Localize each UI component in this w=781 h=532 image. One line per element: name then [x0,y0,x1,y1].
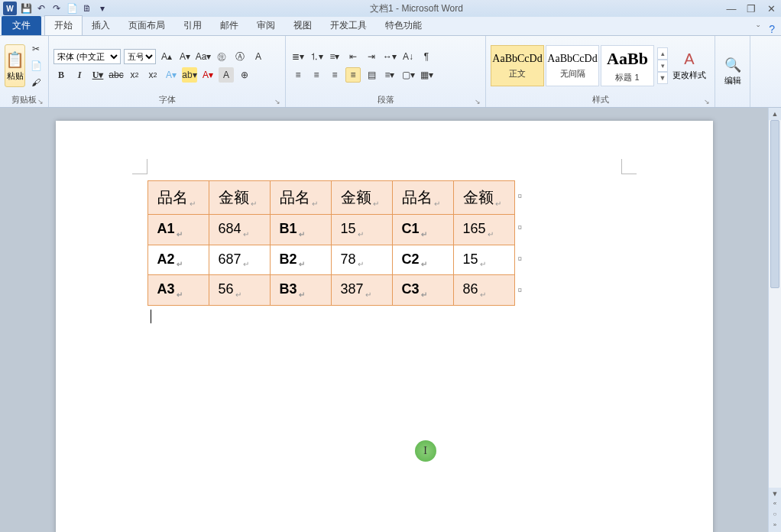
table-cell[interactable]: 15↵ [453,245,514,275]
font-color-button[interactable]: A▾ [200,67,216,83]
tab-home[interactable]: 开始 [44,15,83,35]
phonetic-guide-icon[interactable]: ㊟ [214,49,229,64]
multilevel-icon[interactable]: ≡▾ [327,49,342,64]
show-marks-icon[interactable]: ¶ [419,49,434,64]
table-cell[interactable]: 165↵ [453,215,514,245]
minimize-ribbon-icon[interactable]: ˇ [757,24,764,35]
strikethrough-button[interactable]: abc [109,67,124,83]
align-left-icon[interactable]: ≡ [290,67,306,83]
table-cell[interactable]: C1↵ [392,215,453,245]
table-cell[interactable]: 86↵ [453,275,514,306]
window-restore-icon[interactable]: ❐ [744,3,758,15]
qat-doc1-icon[interactable]: 📄 [66,2,78,15]
page[interactable]: 品名↵ 金额↵ 品名↵ 金额↵ 品名↵ 金额↵ A1↵ 684↵ B1↵ 15↵… [56,121,713,532]
change-case-icon[interactable]: Aa▾ [196,49,211,64]
font-name-select[interactable]: 宋体 (中文正 [53,49,121,64]
format-painter-icon[interactable]: 🖌 [28,75,44,90]
table-cell[interactable]: 387↵ [331,275,392,306]
style-more-icon[interactable]: ▼ [657,72,668,84]
document-table[interactable]: 品名↵ 金额↵ 品名↵ 金额↵ 品名↵ 金额↵ A1↵ 684↵ B1↵ 15↵… [147,180,515,306]
superscript-button[interactable]: x2 [145,67,160,83]
tab-view[interactable]: 视图 [284,16,321,35]
ltr-icon[interactable]: ↔▾ [382,49,397,64]
window-minimize-icon[interactable]: — [724,3,738,15]
table-header-cell[interactable]: 金额↵ [453,181,514,215]
table-row[interactable]: A2↵ 687↵ B2↵ 78↵ C2↵ 15↵ [147,245,514,275]
style-normal[interactable]: AaBbCcDd 正文 [491,45,544,86]
tab-mailings[interactable]: 邮件 [211,16,248,35]
align-right-icon[interactable]: ≡ [327,67,342,83]
shading-icon[interactable]: ▢▾ [400,67,416,83]
find-button[interactable]: 🔍 编辑 [720,57,745,86]
style-up-icon[interactable]: ▴ [657,47,668,60]
font-launcher-icon[interactable]: ↘ [274,98,280,105]
change-styles-button[interactable]: A 更改样式 [671,50,708,81]
table-header-cell[interactable]: 金额↵ [331,181,392,215]
next-page-icon[interactable]: » [769,521,781,532]
table-cell[interactable]: 684↵ [209,215,270,245]
table-cell[interactable]: 78↵ [331,245,392,275]
subscript-button[interactable]: x2 [127,67,142,83]
increase-indent-icon[interactable]: ⇥ [364,49,379,64]
table-cell[interactable]: 687↵ [209,245,270,275]
scroll-up-icon[interactable]: ▲ [769,108,781,120]
copy-icon[interactable]: 📄 [28,58,44,73]
bold-button[interactable]: B [53,67,69,83]
table-cell[interactable]: C3↵ [392,275,453,306]
cut-icon[interactable]: ✂ [28,41,44,57]
distribute-icon[interactable]: ▤ [364,67,379,83]
clipboard-launcher-icon[interactable]: ↘ [37,98,44,105]
grow-font-icon[interactable]: A▴ [159,49,174,64]
text-effects-icon[interactable]: A▾ [164,67,179,83]
borders-icon[interactable]: ▦▾ [419,67,434,83]
prev-page-icon[interactable]: « [769,500,781,511]
enclose-char-icon[interactable]: ⊕ [237,67,252,83]
numbering-icon[interactable]: ⒈▾ [309,49,324,64]
tab-review[interactable]: 审阅 [248,16,284,35]
sort-icon[interactable]: A↓ [400,49,416,64]
page-container[interactable]: 品名↵ 金额↵ 品名↵ 金额↵ 品名↵ 金额↵ A1↵ 684↵ B1↵ 15↵… [0,108,768,532]
align-center-icon[interactable]: ≡ [309,67,324,83]
table-cell[interactable]: 15↵ [331,215,392,245]
help-icon[interactable]: ? [764,23,779,35]
table-row[interactable]: A3↵ 56↵ B3↵ 387↵ C3↵ 86↵ [147,275,514,306]
font-size-select[interactable]: 五号 [124,49,156,64]
table-cell[interactable]: 56↵ [209,275,270,306]
qat-save-icon[interactable]: 💾 [20,2,32,15]
char-shading-icon[interactable]: A [219,67,234,83]
table-cell[interactable]: A2↵ [147,245,209,275]
tab-insert[interactable]: 插入 [83,16,119,35]
table-cell[interactable]: B2↵ [270,245,331,275]
style-heading1[interactable]: AaBb 标题 1 [601,45,654,86]
tab-special[interactable]: 特色功能 [376,16,431,35]
bullets-icon[interactable]: ≣▾ [290,49,306,64]
table-cell[interactable]: B3↵ [270,275,331,306]
tab-layout[interactable]: 页面布局 [119,16,174,35]
window-close-icon[interactable]: ✕ [764,3,778,15]
style-down-icon[interactable]: ▾ [657,60,668,72]
qat-doc2-icon[interactable]: 🗎 [81,2,93,15]
qat-undo-icon[interactable]: ↶ [35,2,47,15]
align-justify-icon[interactable]: ≡ [345,67,361,83]
paragraph-launcher-icon[interactable]: ↘ [475,98,481,105]
char-border-icon[interactable]: A [251,49,266,64]
table-cell[interactable]: B1↵ [270,215,331,245]
scroll-down-icon[interactable]: ▼ [769,488,781,500]
text-cursor-line[interactable] [151,309,621,323]
tab-developer[interactable]: 开发工具 [321,16,376,35]
style-no-spacing[interactable]: AaBbCcDd 无间隔 [546,45,599,86]
line-spacing-icon[interactable]: ≡▾ [382,67,397,83]
table-cell[interactable]: C2↵ [392,245,453,275]
qat-more-icon[interactable]: ▾ [96,2,109,15]
table-header-cell[interactable]: 品名↵ [147,181,209,215]
table-header-cell[interactable]: 金额↵ [209,181,270,215]
browse-object-icon[interactable]: ○ [769,511,781,521]
tab-file[interactable]: 文件 [2,16,41,35]
clear-format-icon[interactable]: Ⓐ [232,49,248,64]
table-header-row[interactable]: 品名↵ 金额↵ 品名↵ 金额↵ 品名↵ 金额↵ [147,181,514,215]
scroll-thumb[interactable] [770,120,779,288]
scroll-track[interactable] [769,120,781,488]
shrink-font-icon[interactable]: A▾ [177,49,193,64]
table-cell[interactable]: A3↵ [147,275,209,306]
table-header-cell[interactable]: 品名↵ [270,181,331,215]
